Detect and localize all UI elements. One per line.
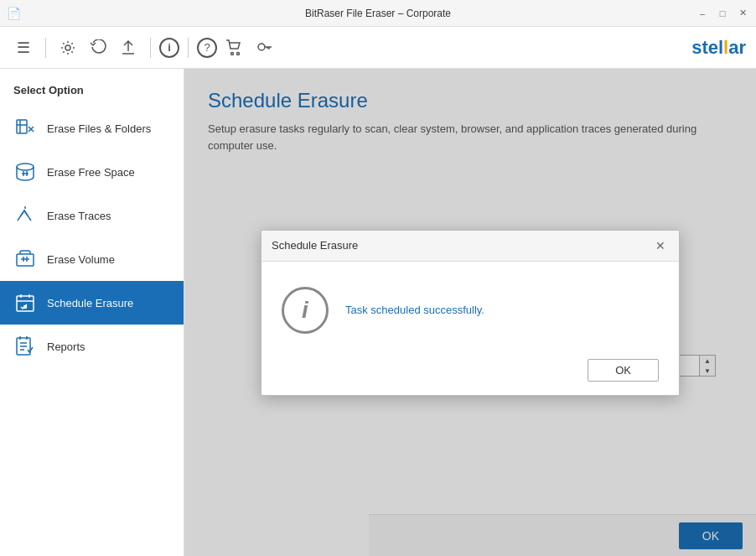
- modal-ok-button[interactable]: OK: [588, 359, 659, 382]
- svg-point-0: [65, 45, 70, 50]
- stellar-logo: stellar: [691, 37, 746, 59]
- modal-body: i Task scheduled successfully.: [261, 262, 679, 351]
- modal-info-icon: i: [282, 287, 329, 334]
- modal-header: Schedule Erasure ✕: [261, 231, 679, 262]
- svg-rect-14: [17, 296, 34, 311]
- sidebar-label-reports: Reports: [47, 340, 85, 353]
- window-controls[interactable]: – □ ✕: [696, 7, 749, 20]
- sidebar-item-erase-free-space[interactable]: Erase Free Space: [0, 150, 184, 194]
- menu-icon[interactable]: ☰: [10, 34, 37, 61]
- app-icon: 📄: [7, 7, 21, 20]
- sidebar-item-reports[interactable]: Reports: [0, 325, 184, 368]
- modal-message-part1: Task scheduled: [345, 304, 423, 316]
- sidebar-label-erase-traces: Erase Traces: [47, 210, 111, 222]
- svg-point-5: [17, 164, 34, 170]
- content-area: Schedule Erasure Setup erasure tasks reg…: [184, 69, 756, 556]
- sidebar-item-erase-traces[interactable]: Erase Traces: [0, 194, 184, 237]
- sidebar-label-erase-volume: Erase Volume: [47, 253, 115, 266]
- sidebar-heading: Select Option: [0, 77, 184, 107]
- title-bar: 📄 BitRaser File Eraser – Corporate – □ ✕: [0, 0, 756, 27]
- refresh-icon[interactable]: [85, 34, 111, 61]
- minimize-button[interactable]: –: [696, 7, 709, 20]
- schedule-erasure-modal: Schedule Erasure ✕ i Task scheduled succ…: [261, 230, 680, 396]
- modal-footer: OK: [261, 351, 679, 395]
- toolbar: ☰ i ? stellar: [0, 27, 756, 69]
- erase-volume-icon: [13, 247, 37, 271]
- modal-message-part2: successfully.: [423, 304, 484, 316]
- title-bar-left: 📄: [7, 7, 21, 20]
- sidebar: Select Option Erase Files & Folders: [0, 69, 184, 556]
- erase-files-icon: [13, 117, 37, 140]
- svg-rect-4: [17, 120, 27, 133]
- svg-point-1: [231, 52, 234, 55]
- erase-free-space-icon: [13, 160, 37, 184]
- toolbar-divider-2: [150, 38, 151, 58]
- cart-icon[interactable]: [220, 34, 247, 61]
- key-icon[interactable]: [251, 34, 277, 61]
- window-title: BitRaser File Eraser – Corporate: [305, 8, 451, 19]
- sidebar-item-schedule-erasure[interactable]: Schedule Erasure: [0, 281, 184, 325]
- sidebar-label-erase-files: Erase Files & Folders: [47, 122, 151, 135]
- sidebar-label-schedule-erasure: Schedule Erasure: [47, 297, 133, 309]
- erase-traces-icon: [13, 204, 37, 227]
- sidebar-label-erase-free-space: Erase Free Space: [47, 166, 135, 179]
- toolbar-divider-3: [188, 38, 189, 58]
- svg-rect-10: [17, 254, 34, 266]
- logo-accent: l: [723, 37, 728, 58]
- upload-icon[interactable]: [115, 34, 142, 61]
- reports-icon: [13, 335, 37, 358]
- main-layout: Select Option Erase Files & Folders: [0, 69, 756, 556]
- modal-overlay: Schedule Erasure ✕ i Task scheduled succ…: [184, 69, 756, 556]
- help-icon[interactable]: ?: [197, 38, 217, 58]
- restore-button[interactable]: □: [716, 7, 729, 20]
- sidebar-item-erase-files[interactable]: Erase Files & Folders: [0, 107, 184, 150]
- modal-message: Task scheduled successfully.: [345, 304, 484, 316]
- schedule-erasure-icon: [13, 291, 37, 314]
- modal-title: Schedule Erasure: [272, 239, 358, 252]
- svg-point-2: [237, 52, 240, 55]
- sidebar-item-erase-volume[interactable]: Erase Volume: [0, 237, 184, 281]
- modal-close-button[interactable]: ✕: [652, 237, 669, 254]
- svg-point-3: [258, 44, 265, 50]
- settings-icon[interactable]: [54, 34, 81, 61]
- info-icon[interactable]: i: [159, 38, 179, 58]
- close-button[interactable]: ✕: [736, 7, 749, 20]
- toolbar-divider-1: [45, 38, 46, 58]
